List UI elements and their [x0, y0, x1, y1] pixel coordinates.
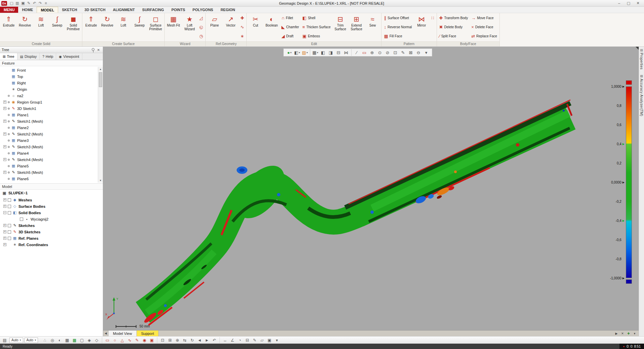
close-button[interactable]: ✕	[633, 1, 643, 5]
section-view-icon[interactable]: ⊟	[335, 49, 342, 56]
ribbon-button[interactable]: ↻ Revolve	[17, 13, 33, 41]
zoom-in-icon[interactable]: ⊕	[368, 49, 376, 56]
ribbon-button[interactable]: ✚	[239, 13, 246, 23]
visibility-dot-icon[interactable]	[8, 108, 10, 110]
ribbon-button[interactable]: ∷	[430, 13, 436, 23]
copy-image-icon[interactable]: ▣	[266, 337, 273, 343]
snap-mode-select[interactable]: Auto	[25, 338, 38, 343]
ribbon-button[interactable]: ≋ Loft	[33, 13, 49, 41]
ribbon-button[interactable]: ∿	[239, 23, 246, 32]
visibility-dot-icon[interactable]	[8, 133, 10, 135]
tree-item[interactable]: ◧ Solid Bodies	[0, 209, 103, 216]
select-polygon-icon[interactable]: △	[119, 337, 126, 343]
show-mesh-icon[interactable]: ▦	[64, 337, 71, 343]
ribbon-button[interactable]: ▣ Emboss	[301, 32, 332, 41]
ribbon-button[interactable]: ◼ Solid Primitive	[65, 13, 81, 41]
normal-view-icon[interactable]: ⋈	[343, 49, 350, 56]
capture-view-icon[interactable]: ▱	[258, 337, 266, 343]
show-wireframe-icon[interactable]: ◎	[49, 337, 56, 343]
close-view-tab-icon[interactable]: ✕	[620, 331, 625, 336]
select-paintbrush-icon[interactable]: ✎	[133, 337, 140, 343]
zoom-area-icon[interactable]: ⊞	[166, 337, 173, 343]
tree-item[interactable]: ▦ Plane1	[0, 112, 103, 118]
measure-radius-icon[interactable]: ◔	[236, 337, 243, 343]
capture-screen-icon[interactable]: ✎	[26, 1, 32, 5]
tree-item[interactable]: ▦ Ref. Planes	[0, 235, 103, 241]
ribbon-button[interactable]: ★ Loft Wizard	[182, 13, 198, 41]
visibility-dot-icon[interactable]	[8, 178, 10, 180]
expander-icon[interactable]	[3, 145, 6, 148]
shading-mode-icon[interactable]: ●	[286, 49, 293, 56]
tree-item[interactable]: ✎ Sketch3 (Mesh)	[0, 144, 103, 150]
view-tabs-menu-icon[interactable]: ▾	[632, 331, 637, 336]
visibility-checkbox[interactable]	[8, 224, 11, 227]
menu-tab-region[interactable]: REGION	[217, 7, 239, 13]
menu-tab-menu[interactable]: MENU	[0, 7, 18, 13]
body-display-icon[interactable]: ◧	[293, 49, 301, 56]
ribbon-button[interactable]: ◿	[198, 13, 205, 23]
expander-icon[interactable]	[3, 171, 6, 174]
next-view-icon[interactable]: ►	[203, 337, 210, 343]
section-plane-icon[interactable]: ⊟	[244, 337, 251, 343]
scroll-down-icon[interactable]	[99, 178, 102, 183]
expander-icon[interactable]	[3, 132, 6, 135]
tree-item[interactable]: ✎ Sketch5 (Mesh)	[0, 169, 103, 176]
ribbon-button[interactable]: ⇑ Extrude	[1, 13, 17, 41]
tree-item[interactable]: ◉ Region Group1	[0, 99, 103, 105]
align-view-left-icon[interactable]: ◧	[319, 49, 327, 56]
pan-icon[interactable]: ⇆	[181, 337, 188, 343]
visibility-dot-icon[interactable]	[8, 171, 10, 173]
tree-item[interactable]: ▦ Plane5	[0, 163, 103, 169]
previous-view-icon[interactable]: ◄	[196, 337, 203, 343]
minimize-button[interactable]: –	[614, 1, 624, 5]
ribbon-button[interactable]: ◣ Chamfer	[280, 23, 300, 32]
rotate-icon[interactable]: ↻	[189, 337, 196, 343]
color-plot-icon[interactable]: ▨	[301, 49, 309, 56]
visibility-checkbox[interactable]	[8, 205, 11, 208]
tab-scroll-left-icon[interactable]	[103, 331, 109, 336]
menu-tab-points[interactable]: POINTS	[168, 7, 189, 13]
zoom-in-out-icon[interactable]: ⊕	[174, 337, 181, 343]
measure-line-icon[interactable]: ∕	[353, 49, 360, 56]
visibility-dot-icon[interactable]	[8, 120, 10, 122]
menu-tab-sketch[interactable]: SKETCH	[58, 7, 81, 13]
display-options-icon[interactable]: ▾	[273, 337, 280, 343]
show-silhouette-icon[interactable]: ◇	[93, 337, 100, 343]
deselect-icon[interactable]: ⊘	[384, 49, 391, 56]
ribbon-button[interactable]: ◢ Draft	[280, 32, 300, 41]
ribbon-button[interactable]: ≈ Sew	[364, 13, 380, 41]
select-freeform-icon[interactable]: ∿	[126, 337, 133, 343]
zoom-fit-icon[interactable]: ⊡	[159, 337, 166, 343]
visibility-checkbox[interactable]	[8, 211, 11, 215]
tree-item[interactable]: ▦ Plane3	[0, 137, 103, 144]
menu-tab-alignment[interactable]: ALIGNMENT	[109, 7, 138, 13]
tree-item[interactable]: ✎ Sketch4 (Mesh)	[0, 156, 103, 163]
ribbon-button[interactable]: ⇄ Replace Face	[470, 32, 499, 41]
ribbon-button[interactable]: ∫ Sweep	[49, 13, 65, 41]
pin-panel-icon[interactable]	[90, 47, 96, 52]
tree-item[interactable]: ○ na2	[0, 92, 103, 99]
ribbon-button[interactable]: ▱ Plane	[206, 13, 223, 41]
tree-item[interactable]: ▦ Right	[0, 80, 103, 86]
menu-tab-surfacing[interactable]: SURFACING	[138, 7, 168, 13]
expander-icon[interactable]	[3, 205, 6, 208]
maximize-button[interactable]: ▢	[624, 1, 633, 5]
model-root-item[interactable]: ▣ SLUPEK~1	[0, 190, 103, 196]
new-file-icon[interactable]: ▢	[9, 1, 14, 5]
viewport-options-icon[interactable]: ▾	[422, 49, 430, 56]
measure-angle-icon[interactable]: ∠	[229, 337, 236, 343]
view-history-icon[interactable]: ↶	[211, 337, 218, 343]
ribbon-button[interactable]: ⊟ Trim Surface	[332, 13, 348, 41]
ribbon-button[interactable]: → Move Face	[470, 13, 499, 23]
menu-tab-model[interactable]: MODEL	[37, 7, 58, 13]
expander-icon[interactable]	[3, 243, 6, 246]
rotate-view-icon[interactable]: ⊙	[376, 49, 384, 56]
tree-item[interactable]: ▦ Front	[0, 67, 103, 73]
tree-item[interactable]: ✎ Sketch1 (Mesh)	[0, 118, 103, 124]
side-panel-tab[interactable]: ▤ Properties	[640, 48, 643, 70]
visibility-dot-icon[interactable]	[8, 159, 10, 161]
panel-tab[interactable]: ▤ Display	[17, 53, 40, 60]
close-panel-icon[interactable]: ✕	[96, 48, 101, 52]
ribbon-button[interactable]: ↻ Revolve	[99, 13, 115, 41]
visibility-checkbox[interactable]	[8, 230, 11, 234]
